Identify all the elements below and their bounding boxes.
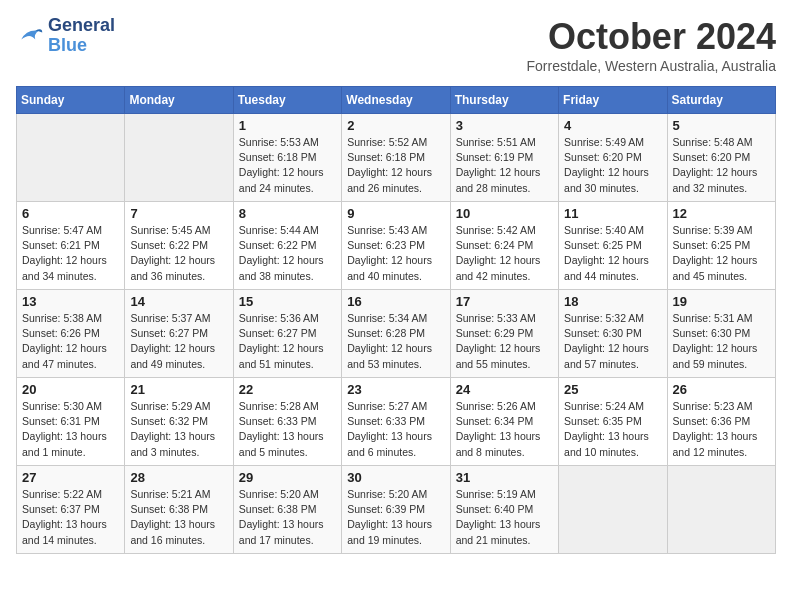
day-info: Sunrise: 5:28 AMSunset: 6:33 PMDaylight:…	[239, 399, 336, 460]
weekday-header: Tuesday	[233, 87, 341, 114]
day-info: Sunrise: 5:19 AMSunset: 6:40 PMDaylight:…	[456, 487, 553, 548]
calendar-cell: 27Sunrise: 5:22 AMSunset: 6:37 PMDayligh…	[17, 466, 125, 554]
day-info: Sunrise: 5:22 AMSunset: 6:37 PMDaylight:…	[22, 487, 119, 548]
day-info: Sunrise: 5:47 AMSunset: 6:21 PMDaylight:…	[22, 223, 119, 284]
logo-text-line1: General	[48, 16, 115, 36]
calendar-cell: 11Sunrise: 5:40 AMSunset: 6:25 PMDayligh…	[559, 202, 667, 290]
logo-text-line2: Blue	[48, 36, 115, 56]
weekday-header: Monday	[125, 87, 233, 114]
day-info: Sunrise: 5:20 AMSunset: 6:38 PMDaylight:…	[239, 487, 336, 548]
day-info: Sunrise: 5:52 AMSunset: 6:18 PMDaylight:…	[347, 135, 444, 196]
calendar-cell: 16Sunrise: 5:34 AMSunset: 6:28 PMDayligh…	[342, 290, 450, 378]
day-info: Sunrise: 5:38 AMSunset: 6:26 PMDaylight:…	[22, 311, 119, 372]
calendar-cell: 17Sunrise: 5:33 AMSunset: 6:29 PMDayligh…	[450, 290, 558, 378]
day-number: 21	[130, 382, 227, 397]
day-number: 27	[22, 470, 119, 485]
calendar-cell: 15Sunrise: 5:36 AMSunset: 6:27 PMDayligh…	[233, 290, 341, 378]
calendar-cell: 1Sunrise: 5:53 AMSunset: 6:18 PMDaylight…	[233, 114, 341, 202]
day-number: 19	[673, 294, 770, 309]
calendar-cell: 6Sunrise: 5:47 AMSunset: 6:21 PMDaylight…	[17, 202, 125, 290]
day-info: Sunrise: 5:44 AMSunset: 6:22 PMDaylight:…	[239, 223, 336, 284]
day-number: 9	[347, 206, 444, 221]
day-number: 2	[347, 118, 444, 133]
calendar-cell: 28Sunrise: 5:21 AMSunset: 6:38 PMDayligh…	[125, 466, 233, 554]
calendar-cell: 21Sunrise: 5:29 AMSunset: 6:32 PMDayligh…	[125, 378, 233, 466]
calendar-cell: 20Sunrise: 5:30 AMSunset: 6:31 PMDayligh…	[17, 378, 125, 466]
weekday-header: Wednesday	[342, 87, 450, 114]
calendar-cell	[125, 114, 233, 202]
page-header: General Blue October 2024 Forrestdale, W…	[16, 16, 776, 74]
day-info: Sunrise: 5:42 AMSunset: 6:24 PMDaylight:…	[456, 223, 553, 284]
day-number: 15	[239, 294, 336, 309]
calendar-cell: 5Sunrise: 5:48 AMSunset: 6:20 PMDaylight…	[667, 114, 775, 202]
day-info: Sunrise: 5:40 AMSunset: 6:25 PMDaylight:…	[564, 223, 661, 284]
day-info: Sunrise: 5:27 AMSunset: 6:33 PMDaylight:…	[347, 399, 444, 460]
day-number: 12	[673, 206, 770, 221]
day-number: 24	[456, 382, 553, 397]
day-number: 26	[673, 382, 770, 397]
calendar-week-row: 27Sunrise: 5:22 AMSunset: 6:37 PMDayligh…	[17, 466, 776, 554]
day-info: Sunrise: 5:39 AMSunset: 6:25 PMDaylight:…	[673, 223, 770, 284]
day-number: 11	[564, 206, 661, 221]
calendar-cell: 29Sunrise: 5:20 AMSunset: 6:38 PMDayligh…	[233, 466, 341, 554]
calendar-cell: 23Sunrise: 5:27 AMSunset: 6:33 PMDayligh…	[342, 378, 450, 466]
calendar-cell: 12Sunrise: 5:39 AMSunset: 6:25 PMDayligh…	[667, 202, 775, 290]
day-number: 25	[564, 382, 661, 397]
calendar-cell: 30Sunrise: 5:20 AMSunset: 6:39 PMDayligh…	[342, 466, 450, 554]
day-number: 20	[22, 382, 119, 397]
day-number: 8	[239, 206, 336, 221]
calendar-week-row: 13Sunrise: 5:38 AMSunset: 6:26 PMDayligh…	[17, 290, 776, 378]
day-number: 29	[239, 470, 336, 485]
day-number: 7	[130, 206, 227, 221]
day-info: Sunrise: 5:21 AMSunset: 6:38 PMDaylight:…	[130, 487, 227, 548]
day-number: 31	[456, 470, 553, 485]
day-number: 1	[239, 118, 336, 133]
calendar-cell: 9Sunrise: 5:43 AMSunset: 6:23 PMDaylight…	[342, 202, 450, 290]
calendar-cell	[667, 466, 775, 554]
location-subtitle: Forrestdale, Western Australia, Australi…	[526, 58, 776, 74]
calendar-week-row: 6Sunrise: 5:47 AMSunset: 6:21 PMDaylight…	[17, 202, 776, 290]
day-number: 18	[564, 294, 661, 309]
calendar-cell: 24Sunrise: 5:26 AMSunset: 6:34 PMDayligh…	[450, 378, 558, 466]
day-number: 23	[347, 382, 444, 397]
day-number: 6	[22, 206, 119, 221]
day-info: Sunrise: 5:49 AMSunset: 6:20 PMDaylight:…	[564, 135, 661, 196]
calendar-cell: 18Sunrise: 5:32 AMSunset: 6:30 PMDayligh…	[559, 290, 667, 378]
calendar-cell: 14Sunrise: 5:37 AMSunset: 6:27 PMDayligh…	[125, 290, 233, 378]
calendar-cell: 31Sunrise: 5:19 AMSunset: 6:40 PMDayligh…	[450, 466, 558, 554]
day-info: Sunrise: 5:51 AMSunset: 6:19 PMDaylight:…	[456, 135, 553, 196]
calendar-cell: 4Sunrise: 5:49 AMSunset: 6:20 PMDaylight…	[559, 114, 667, 202]
weekday-header: Saturday	[667, 87, 775, 114]
day-number: 13	[22, 294, 119, 309]
day-number: 17	[456, 294, 553, 309]
day-number: 10	[456, 206, 553, 221]
calendar-cell: 19Sunrise: 5:31 AMSunset: 6:30 PMDayligh…	[667, 290, 775, 378]
calendar-cell: 25Sunrise: 5:24 AMSunset: 6:35 PMDayligh…	[559, 378, 667, 466]
calendar-cell: 22Sunrise: 5:28 AMSunset: 6:33 PMDayligh…	[233, 378, 341, 466]
day-info: Sunrise: 5:36 AMSunset: 6:27 PMDaylight:…	[239, 311, 336, 372]
day-info: Sunrise: 5:53 AMSunset: 6:18 PMDaylight:…	[239, 135, 336, 196]
day-number: 3	[456, 118, 553, 133]
day-number: 28	[130, 470, 227, 485]
calendar-cell: 2Sunrise: 5:52 AMSunset: 6:18 PMDaylight…	[342, 114, 450, 202]
day-number: 16	[347, 294, 444, 309]
logo-icon	[16, 22, 44, 50]
calendar-cell: 8Sunrise: 5:44 AMSunset: 6:22 PMDaylight…	[233, 202, 341, 290]
calendar-week-row: 1Sunrise: 5:53 AMSunset: 6:18 PMDaylight…	[17, 114, 776, 202]
day-number: 22	[239, 382, 336, 397]
calendar-cell	[17, 114, 125, 202]
calendar-week-row: 20Sunrise: 5:30 AMSunset: 6:31 PMDayligh…	[17, 378, 776, 466]
day-info: Sunrise: 5:24 AMSunset: 6:35 PMDaylight:…	[564, 399, 661, 460]
day-info: Sunrise: 5:43 AMSunset: 6:23 PMDaylight:…	[347, 223, 444, 284]
day-number: 5	[673, 118, 770, 133]
calendar-cell: 7Sunrise: 5:45 AMSunset: 6:22 PMDaylight…	[125, 202, 233, 290]
calendar-cell: 13Sunrise: 5:38 AMSunset: 6:26 PMDayligh…	[17, 290, 125, 378]
calendar-cell	[559, 466, 667, 554]
title-block: October 2024 Forrestdale, Western Austra…	[526, 16, 776, 74]
day-info: Sunrise: 5:34 AMSunset: 6:28 PMDaylight:…	[347, 311, 444, 372]
day-info: Sunrise: 5:29 AMSunset: 6:32 PMDaylight:…	[130, 399, 227, 460]
day-info: Sunrise: 5:20 AMSunset: 6:39 PMDaylight:…	[347, 487, 444, 548]
weekday-header: Thursday	[450, 87, 558, 114]
day-number: 30	[347, 470, 444, 485]
day-info: Sunrise: 5:26 AMSunset: 6:34 PMDaylight:…	[456, 399, 553, 460]
